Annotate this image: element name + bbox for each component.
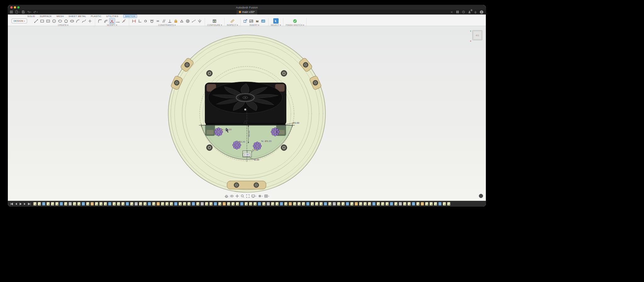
polygon-icon[interactable] — [64, 18, 69, 24]
timeline-feature-sketch[interactable] — [86, 202, 89, 206]
dimension-label-fx-left[interactable]: fx: Ø3.20 — [221, 128, 231, 131]
timeline-feature-sketch[interactable] — [337, 202, 340, 206]
timeline-feature-sketch[interactable] — [315, 202, 318, 206]
timeline-feature-sketch[interactable] — [104, 202, 107, 206]
timeline-feature-sketch[interactable] — [77, 202, 80, 206]
timeline-feature-sketch[interactable] — [99, 202, 103, 206]
timeline-feature-extrude[interactable] — [438, 202, 441, 206]
timeline-feature-modify[interactable] — [333, 202, 336, 206]
sketch-dimension-icon[interactable] — [131, 18, 137, 24]
timeline-feature-sketch[interactable] — [152, 202, 155, 206]
timeline-feature-sketch[interactable] — [139, 202, 142, 206]
ribbon-tab-solid[interactable]: SOLID — [27, 15, 35, 18]
canvas-icon[interactable] — [261, 18, 266, 24]
timeline-feature-extrude[interactable] — [412, 202, 415, 206]
configure-table-icon[interactable] — [212, 18, 217, 24]
timeline-feature-sketch[interactable] — [227, 202, 230, 206]
insert-derive-icon[interactable] — [243, 18, 248, 24]
arc-icon[interactable] — [75, 18, 81, 24]
timeline-feature-sketch[interactable] — [183, 202, 186, 206]
save-icon[interactable] — [22, 10, 25, 14]
timeline-feature-sketch[interactable] — [403, 202, 406, 206]
timeline-feature-sketch[interactable] — [416, 202, 419, 206]
concentric-icon[interactable] — [185, 18, 191, 24]
timeline-feature-extrude[interactable] — [108, 202, 111, 206]
zoom-icon[interactable] — [241, 194, 244, 198]
timeline-feature-sketch[interactable] — [236, 202, 239, 206]
dimension-label-fx-right[interactable]: fx: Ø3.20 — [261, 140, 271, 143]
select-cursor-icon[interactable] — [273, 18, 279, 24]
timeline-feature-sketch[interactable] — [394, 202, 397, 206]
dimension-label-diameter[interactable]: Ø3.00 — [292, 121, 299, 124]
timeline-feature-sketch[interactable] — [209, 202, 213, 206]
profile-avatar[interactable] — [480, 10, 483, 14]
timeline-feature-sketch[interactable] — [381, 202, 384, 206]
timeline-go-to-end-icon[interactable] — [28, 202, 31, 206]
timeline-feature-sketch[interactable] — [170, 202, 173, 206]
timeline-feature-sketch[interactable] — [218, 202, 221, 206]
dimension-label-radius[interactable]: 2.00 — [254, 158, 259, 161]
spline-icon[interactable] — [81, 18, 87, 24]
timeline-feature-extrude[interactable] — [390, 202, 393, 206]
timeline-feature-modify[interactable] — [399, 202, 402, 206]
circle-icon[interactable] — [52, 18, 57, 24]
timeline-feature-sketch[interactable] — [447, 202, 450, 206]
timeline-step-back-icon[interactable] — [14, 202, 18, 206]
timeline-feature-extrude[interactable] — [42, 202, 45, 206]
timeline-feature-sketch[interactable] — [328, 202, 331, 206]
data-panel-icon[interactable] — [10, 10, 13, 14]
timeline-feature-sketch[interactable] — [359, 202, 362, 206]
viewcube[interactable]: 401 — [472, 30, 482, 40]
timeline-feature-extrude[interactable] — [240, 202, 243, 206]
timeline-feature-sketch[interactable] — [51, 202, 54, 206]
timeline-feature-sketch[interactable] — [117, 202, 120, 206]
timeline-feature-extrude[interactable] — [126, 202, 129, 206]
timeline-feature-sketch[interactable] — [161, 202, 164, 206]
finish-sketch-icon[interactable] — [292, 18, 297, 24]
grid-settings-icon[interactable]: ▾ — [258, 194, 263, 198]
close-window-button[interactable] — [10, 6, 13, 8]
fillet-icon[interactable] — [97, 18, 103, 24]
timeline-feature-construct[interactable] — [91, 202, 94, 206]
timeline-feature-sketch[interactable] — [297, 202, 301, 206]
timeline-feature-sketch[interactable] — [113, 202, 116, 206]
timeline-feature-sketch[interactable] — [430, 202, 433, 206]
timeline-feature-sketch[interactable] — [73, 202, 76, 206]
timeline-feature-sketch[interactable] — [95, 202, 98, 206]
parallel-icon[interactable] — [161, 18, 167, 24]
timeline-feature-extrude[interactable] — [372, 202, 375, 206]
ribbon-tab-mesh[interactable]: MESH — [57, 15, 64, 18]
timeline-feature-extrude[interactable] — [306, 202, 309, 206]
timeline-feature-extrude[interactable] — [324, 202, 327, 206]
timeline-feature-sketch[interactable] — [64, 202, 67, 206]
look-at-icon[interactable] — [230, 194, 234, 198]
slot-icon[interactable] — [69, 18, 75, 24]
timeline-feature-sketch[interactable] — [368, 202, 371, 206]
timeline-feature-sketch[interactable] — [249, 202, 252, 206]
timeline-feature-sketch[interactable] — [443, 202, 446, 206]
timeline-feature-sketch[interactable] — [121, 202, 125, 206]
dimension-edit-box[interactable]: 2.00 — [243, 153, 250, 156]
timeline-feature-sketch[interactable] — [143, 202, 147, 206]
timeline-play-icon[interactable] — [19, 202, 22, 206]
minimize-window-button[interactable] — [14, 6, 16, 8]
timeline-feature-sketch[interactable] — [364, 202, 367, 206]
timeline-feature-sketch[interactable] — [205, 202, 208, 206]
timeline-feature-sketch[interactable] — [187, 202, 191, 206]
timeline-feature-sketch[interactable] — [302, 202, 305, 206]
offset-icon[interactable] — [103, 18, 109, 24]
midpoint-icon[interactable] — [179, 18, 185, 24]
timeline-feature-construct[interactable] — [223, 202, 226, 206]
timeline-feature-sketch[interactable] — [253, 202, 257, 206]
timeline-feature-sketch[interactable] — [271, 202, 274, 206]
viewport-canvas[interactable]: Ø3.00 fx: Ø3.20 fx: Ø3.20 fx: Ø3.20 40.0… — [8, 26, 486, 201]
perpendicular-icon[interactable] — [167, 18, 173, 24]
ribbon-tab-surface[interactable]: SURFACE — [40, 15, 52, 18]
timeline-feature-sketch[interactable] — [408, 202, 411, 206]
timeline-feature-extrude[interactable] — [214, 202, 217, 206]
ribbon-tab-sketch[interactable]: SKETCH — [123, 14, 137, 18]
timeline-feature-extrude[interactable] — [346, 202, 349, 206]
close-document-icon[interactable] — [450, 10, 453, 14]
timeline-feature-sketch[interactable] — [377, 202, 380, 206]
redo-icon[interactable]: ▾ — [33, 10, 38, 14]
